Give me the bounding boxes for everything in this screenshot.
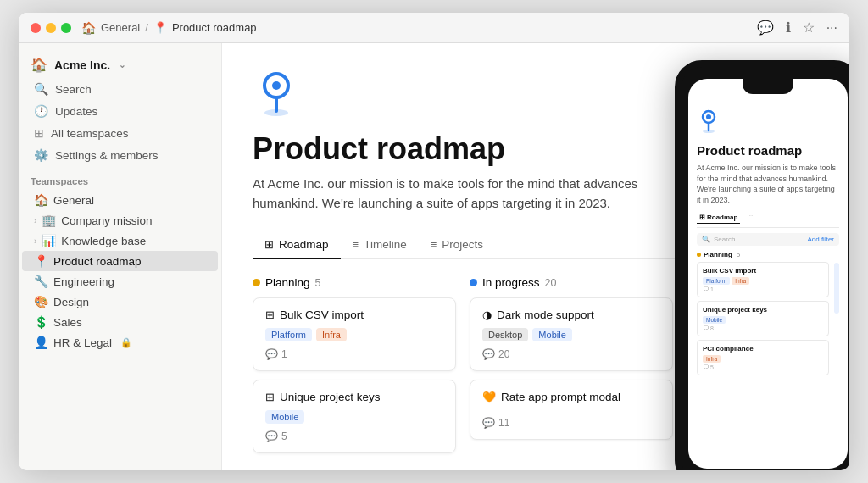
sidebar-item-search[interactable]: 🔍 Search (22, 78, 218, 100)
phone-planning-label: Planning (704, 251, 732, 258)
maximize-button[interactable] (61, 23, 71, 33)
phone-bulk-csv-tags: Platform Infra (703, 277, 823, 285)
tag-infra: Infra (316, 328, 347, 341)
chat-icon[interactable]: 💬 (757, 19, 774, 36)
card-unique-project-keys[interactable]: ⊞ Unique project keys Mobile 💬 5 (253, 380, 456, 453)
all-teamspaces-label: All teamspaces (51, 127, 129, 140)
tag-mobile-2: Mobile (532, 328, 571, 341)
card-rate-app-meta: 💬 11 (482, 417, 660, 429)
minimize-button[interactable] (46, 23, 56, 33)
tag-platform: Platform (265, 328, 312, 341)
updates-icon: 🕐 (34, 104, 48, 118)
dark-mode-icon: ◑ (482, 308, 492, 321)
phone-planning-col: Planning 5 Bulk CSV import Platform Infr… (697, 251, 829, 379)
sidebar-item-general[interactable]: 🏠 General (22, 190, 218, 210)
card-bulk-csv[interactable]: ⊞ Bulk CSV import Platform Infra 💬 1 (253, 297, 456, 371)
phone-inprogress-indicator (834, 263, 839, 314)
phone-pin-icon (697, 108, 839, 140)
phone-add-filter: Add filter (807, 236, 834, 243)
phone-board: Planning 5 Bulk CSV import Platform Infr… (697, 251, 839, 379)
more-icon[interactable]: ··· (826, 20, 837, 36)
breadcrumb-page-icon: 📍 (153, 21, 167, 34)
sidebar-item-hr-legal[interactable]: 👤 HR & Legal 🔒 (22, 332, 218, 353)
breadcrumb: 🏠 General / 📍 Product roadmap (81, 21, 747, 35)
planning-dot (253, 279, 260, 286)
svg-point-3 (264, 109, 288, 116)
sidebar-item-all-teamspaces[interactable]: ⊞ All teamspaces (22, 122, 218, 144)
phone-tab-roadmap: ⊞ Roadmap (697, 212, 740, 224)
rate-app-comment-count: 11 (498, 417, 509, 429)
tab-timeline[interactable]: ≡ Timeline (341, 231, 419, 259)
phone-pci-count: 🗨 5 (703, 364, 823, 370)
sidebar-item-knowledge-base[interactable]: › 📊 Knowledge base (22, 230, 218, 251)
product-roadmap-icon: 📍 (34, 254, 48, 268)
general-label: General (53, 194, 94, 207)
hr-legal-label: HR & Legal (53, 336, 112, 349)
tag-mobile: Mobile (265, 410, 304, 424)
sidebar-item-design[interactable]: 🎨 Design (22, 291, 218, 312)
workspace-name: Acme Inc. (54, 58, 110, 72)
phone-pci-tags: Infra (703, 355, 823, 363)
settings-label: Settings & members (55, 149, 159, 162)
phone-planning-header: Planning 5 (697, 251, 829, 258)
lock-icon: 🔒 (120, 337, 132, 348)
knowledge-base-icon: 📊 (42, 234, 56, 247)
phone-roadmap-label: Roadmap (707, 214, 737, 221)
phone-bulk-csv-count: 🗨 1 (703, 286, 823, 292)
company-mission-icon: 🏢 (42, 214, 56, 227)
sidebar-item-product-roadmap[interactable]: 📍 Product roadmap (22, 251, 218, 271)
sidebar-item-company-mission[interactable]: › 🏢 Company mission (22, 210, 218, 230)
phone-card-pci: PCI compliance Infra 🗨 5 (697, 340, 829, 375)
phone-planning-count: 5 (737, 251, 740, 258)
sidebar-item-settings[interactable]: ⚙️ Settings & members (22, 144, 218, 166)
card-unique-keys-meta: 💬 5 (265, 430, 443, 442)
card-bulk-csv-tags: Platform Infra (265, 328, 443, 341)
engineering-icon: 🔧 (34, 275, 48, 288)
close-button[interactable] (31, 23, 41, 33)
phone-bulk-csv-title: Bulk CSV import (703, 267, 823, 275)
info-icon[interactable]: ℹ (786, 19, 791, 36)
card-rate-app[interactable]: 🧡 Rate app prompt modal 💬 11 (470, 380, 673, 440)
card-dark-mode[interactable]: ◑ Dark mode support Desktop Mobile 💬 20 (470, 297, 673, 371)
tab-roadmap[interactable]: ⊞ Roadmap (253, 231, 341, 259)
unique-keys-icon: ⊞ (265, 391, 275, 403)
browser-window: 🏠 General / 📍 Product roadmap 💬 ℹ ☆ ··· … (19, 13, 849, 470)
card-unique-keys-title: ⊞ Unique project keys (265, 391, 443, 403)
phone-search-icon: 🔍 (702, 236, 710, 243)
phone-search-bar: 🔍 Search Add filter (697, 233, 839, 246)
inprogress-count: 20 (545, 277, 557, 289)
star-icon[interactable]: ☆ (803, 19, 815, 36)
bulk-csv-icon: ⊞ (265, 308, 275, 321)
product-roadmap-label: Product roadmap (53, 255, 142, 268)
main-content: Product roadmap At Acme Inc. our mission… (222, 43, 849, 470)
projects-tab-label: Projects (442, 238, 483, 251)
sidebar-item-sales[interactable]: 💲 Sales (22, 312, 218, 332)
teamspaces-icon: ⊞ (34, 126, 44, 140)
phone-tab-bar: ⊞ Roadmap ··· (697, 212, 839, 228)
page-description: At Acme Inc. our mission is to make tool… (253, 175, 668, 213)
phone-notch (743, 79, 793, 94)
sales-label: Sales (53, 316, 82, 329)
card-dark-mode-title: ◑ Dark mode support (482, 308, 660, 321)
teamspaces-section-label: Teamspaces (19, 166, 221, 190)
workspace-selector[interactable]: 🏠 Acme Inc. ⌄ (19, 52, 221, 78)
phone-roadmap-icon: ⊞ (699, 214, 705, 221)
tab-projects[interactable]: ≡ Projects (419, 231, 495, 259)
tag-desktop: Desktop (482, 328, 528, 341)
breadcrumb-general[interactable]: General (101, 21, 140, 34)
sidebar-item-engineering[interactable]: 🔧 Engineering (22, 271, 218, 291)
phone-card-bulk-csv: Bulk CSV import Platform Infra 🗨 1 (697, 262, 829, 297)
roadmap-tab-icon: ⊞ (264, 238, 274, 251)
inprogress-status-label: In progress (482, 276, 540, 289)
card-unique-keys-tags: Mobile (265, 410, 443, 424)
sidebar: 🏠 Acme Inc. ⌄ 🔍 Search 🕐 Updates ⊞ All t… (19, 43, 222, 470)
design-label: Design (53, 296, 89, 308)
company-mission-arrow-icon: › (34, 216, 36, 225)
rate-app-icon: 🧡 (482, 391, 496, 403)
comment-icon-4: 💬 (482, 417, 495, 429)
card-bulk-csv-title: ⊞ Bulk CSV import (265, 308, 443, 321)
svg-point-1 (272, 81, 281, 90)
sidebar-item-updates[interactable]: 🕐 Updates (22, 100, 218, 122)
phone-tag-infra: Infra (732, 277, 749, 285)
page-pin-icon (253, 67, 300, 121)
